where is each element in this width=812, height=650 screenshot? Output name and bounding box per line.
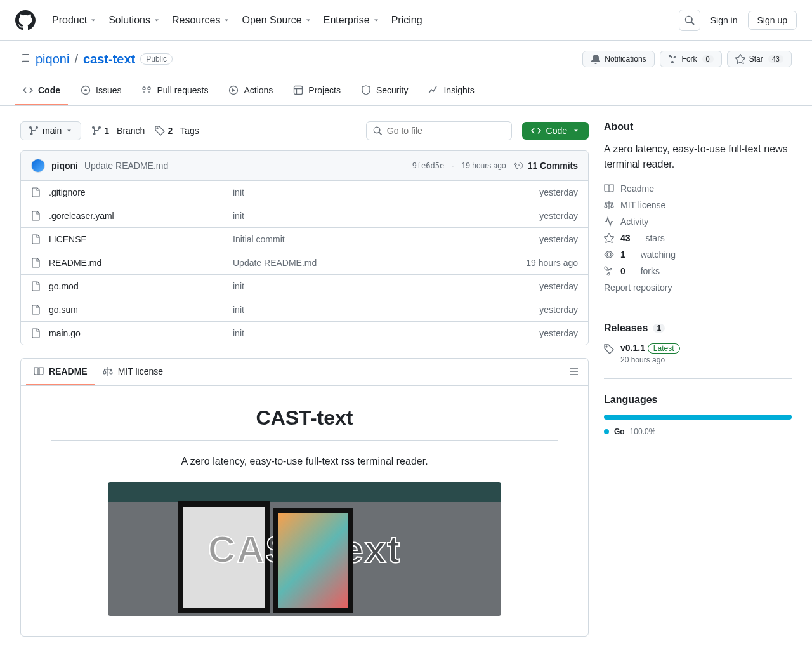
tag-icon bbox=[604, 344, 614, 354]
separator: · bbox=[452, 161, 454, 170]
file-row: go.modinityesterday bbox=[21, 275, 588, 298]
file-name-link[interactable]: .goreleaser.yaml bbox=[49, 211, 233, 221]
code-download-button[interactable]: Code bbox=[522, 122, 589, 140]
file-name-link[interactable]: .gitignore bbox=[49, 187, 233, 197]
sign-up-button[interactable]: Sign up bbox=[748, 11, 797, 30]
release-item[interactable]: v0.1.1 Latest 20 hours ago bbox=[604, 343, 792, 364]
repo-nav: Code Issues Pull requests Actions Projec… bbox=[0, 79, 812, 106]
language-bar[interactable] bbox=[604, 415, 792, 420]
file-name-link[interactable]: README.md bbox=[49, 258, 233, 268]
file-commit-message[interactable]: init bbox=[233, 328, 539, 338]
file-row: go.suminityesterday bbox=[21, 298, 588, 322]
notifications-button[interactable]: Notifications bbox=[582, 51, 654, 67]
tab-projects[interactable]: Projects bbox=[285, 79, 348, 105]
commit-author-link[interactable]: piqoni bbox=[51, 161, 78, 171]
nav-resources[interactable]: Resources bbox=[172, 15, 230, 26]
tab-security[interactable]: Security bbox=[353, 79, 416, 105]
eye-icon bbox=[604, 249, 614, 260]
commit-sha-link[interactable]: 9fe6d5e bbox=[412, 161, 445, 170]
tab-code[interactable]: Code bbox=[15, 79, 68, 105]
history-icon bbox=[514, 161, 524, 171]
report-repo-link[interactable]: Report repository bbox=[604, 282, 792, 293]
repo-name-link[interactable]: cast-text bbox=[83, 52, 135, 67]
readme-hero-image: CAST-text bbox=[108, 482, 501, 616]
tab-insights[interactable]: Insights bbox=[421, 79, 481, 105]
file-date: yesterday bbox=[539, 328, 578, 338]
releases-heading[interactable]: Releases 1 bbox=[604, 322, 792, 334]
readme-title: CAST-text bbox=[51, 406, 558, 441]
star-button[interactable]: Star 43 bbox=[727, 51, 792, 67]
readme-tab[interactable]: README bbox=[26, 359, 95, 385]
tags-link[interactable]: 2 Tags bbox=[155, 126, 199, 136]
file-commit-message[interactable]: Update README.md bbox=[233, 258, 526, 268]
file-name-link[interactable]: go.mod bbox=[49, 281, 233, 291]
repo-icon bbox=[20, 54, 30, 64]
search-button[interactable] bbox=[679, 10, 700, 31]
file-date: yesterday bbox=[539, 187, 578, 197]
go-to-file-field[interactable] bbox=[387, 126, 505, 136]
star-count: 43 bbox=[768, 55, 783, 63]
search-icon bbox=[373, 126, 382, 136]
fork-icon bbox=[604, 266, 614, 276]
file-commit-message[interactable]: init bbox=[233, 305, 539, 315]
path-separator: / bbox=[74, 52, 78, 67]
about-section: About A zero latency, easy-to-use full-t… bbox=[604, 121, 792, 307]
law-icon bbox=[103, 366, 113, 376]
nav-pricing[interactable]: Pricing bbox=[391, 15, 422, 26]
file-date: yesterday bbox=[539, 281, 578, 291]
chevron-down-icon bbox=[65, 127, 73, 135]
file-commit-message[interactable]: init bbox=[233, 281, 539, 291]
tab-pull-requests[interactable]: Pull requests bbox=[134, 79, 216, 105]
go-to-file-input[interactable] bbox=[366, 121, 512, 140]
forks-link[interactable]: 0 forks bbox=[604, 266, 792, 276]
avatar[interactable] bbox=[31, 159, 45, 173]
commit-message-link[interactable]: Update README.md bbox=[84, 161, 168, 171]
nav-product[interactable]: Product bbox=[52, 15, 97, 26]
sign-in-link[interactable]: Sign in bbox=[705, 15, 743, 25]
nav-solutions[interactable]: Solutions bbox=[108, 15, 160, 26]
commits-history-link[interactable]: 11 Commits bbox=[514, 161, 578, 171]
repo-owner-link[interactable]: piqoni bbox=[36, 52, 69, 67]
bell-icon bbox=[591, 54, 601, 64]
code-toolbar: main 1 Branch 2 Tags Code bbox=[20, 121, 589, 140]
stars-link[interactable]: 43 stars bbox=[604, 233, 792, 243]
latest-commit-row: piqoni Update README.md 9fe6d5e · 19 hou… bbox=[21, 151, 588, 181]
branch-select[interactable]: main bbox=[20, 121, 81, 140]
readme-link[interactable]: Readme bbox=[604, 183, 792, 194]
branch-icon bbox=[29, 126, 39, 136]
file-icon bbox=[31, 187, 41, 197]
tab-issues[interactable]: Issues bbox=[73, 79, 129, 105]
about-description: A zero latency, easy-to-use full-text ne… bbox=[604, 142, 792, 172]
activity-link[interactable]: Activity bbox=[604, 216, 792, 227]
file-name-link[interactable]: LICENSE bbox=[49, 234, 233, 244]
file-date: yesterday bbox=[539, 234, 578, 244]
svg-point-1 bbox=[84, 89, 87, 91]
language-go[interactable]: Go 100.0% bbox=[604, 427, 792, 436]
file-name-link[interactable]: go.sum bbox=[49, 305, 233, 315]
file-commit-message[interactable]: init bbox=[233, 211, 539, 221]
outline-button[interactable] bbox=[565, 362, 583, 382]
file-commit-message[interactable]: Initial commit bbox=[233, 234, 539, 244]
file-commit-message[interactable]: init bbox=[233, 187, 539, 197]
file-date: yesterday bbox=[539, 211, 578, 221]
license-tab[interactable]: MIT license bbox=[95, 359, 171, 385]
license-link[interactable]: MIT license bbox=[604, 200, 792, 210]
github-logo-icon[interactable] bbox=[15, 10, 36, 30]
primary-nav: Product Solutions Resources Open Source … bbox=[52, 15, 422, 26]
book-icon bbox=[604, 183, 614, 194]
readme-tagline: A zero latency, easy-to-use full-text rs… bbox=[51, 456, 558, 467]
search-icon bbox=[684, 15, 695, 25]
fork-button[interactable]: Fork 0 bbox=[660, 51, 722, 67]
file-name-link[interactable]: main.go bbox=[49, 328, 233, 338]
watching-link[interactable]: 1 watching bbox=[604, 249, 792, 260]
languages-section: Languages Go 100.0% bbox=[604, 394, 792, 450]
commit-time: 19 hours ago bbox=[462, 161, 506, 170]
release-version: v0.1.1 bbox=[620, 343, 645, 353]
nav-enterprise[interactable]: Enterprise bbox=[324, 15, 380, 26]
file-date: yesterday bbox=[539, 305, 578, 315]
branches-link[interactable]: 1 Branch bbox=[91, 126, 145, 136]
file-row: .gitignoreinityesterday bbox=[21, 181, 588, 204]
tab-actions[interactable]: Actions bbox=[221, 79, 280, 105]
file-listing: piqoni Update README.md 9fe6d5e · 19 hou… bbox=[20, 150, 589, 345]
nav-open-source[interactable]: Open Source bbox=[242, 15, 311, 26]
